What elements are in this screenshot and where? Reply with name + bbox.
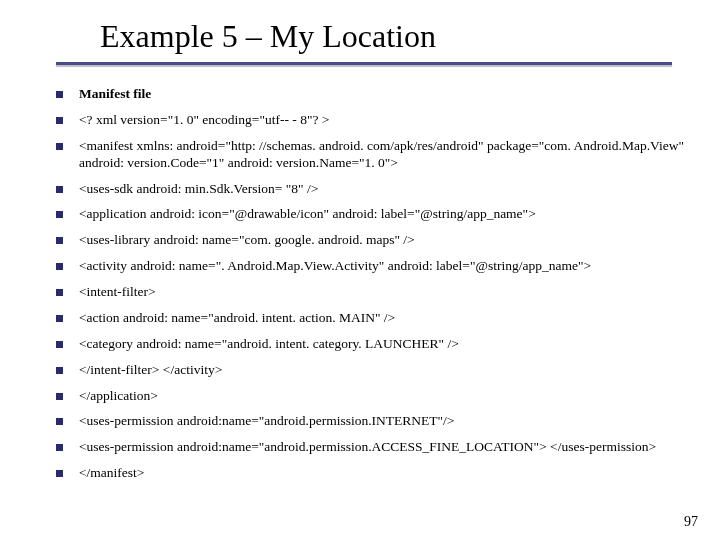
list-item: <intent‐filter> (56, 284, 690, 301)
list-item: </intent‐filter> </activity> (56, 362, 690, 379)
content-list: Manifest file<? xml version="1. 0" encod… (56, 86, 690, 491)
list-item-text: <manifest xmlns: android="http: //schema… (79, 138, 690, 172)
list-item-text: <category android: name="android. intent… (79, 336, 690, 353)
list-item-text: <uses‐permission android:name="android.p… (79, 439, 690, 456)
list-item: </application> (56, 388, 690, 405)
bullet-icon (56, 117, 63, 124)
list-item: <application android: icon="@drawable/ic… (56, 206, 690, 223)
bullet-icon (56, 91, 63, 98)
bullet-icon (56, 444, 63, 451)
bullet-icon (56, 289, 63, 296)
title-underline (56, 62, 672, 65)
list-item: <manifest xmlns: android="http: //schema… (56, 138, 690, 172)
list-item: <? xml version="1. 0" encoding="utf-- - … (56, 112, 690, 129)
list-item-text: <activity android: name=". Android.Map.V… (79, 258, 690, 275)
list-item: <uses‐library android: name="com. google… (56, 232, 690, 249)
list-item: <action android: name="android. intent. … (56, 310, 690, 327)
list-item-text: <? xml version="1. 0" encoding="utf-- - … (79, 112, 690, 129)
list-item: </manifest> (56, 465, 690, 482)
list-item-text: <application android: icon="@drawable/ic… (79, 206, 690, 223)
bullet-icon (56, 367, 63, 374)
list-item: <uses‐sdk android: min.Sdk.Version= "8" … (56, 181, 690, 198)
list-item-text: </intent‐filter> </activity> (79, 362, 690, 379)
list-item: <uses‐permission android:name="android.p… (56, 439, 690, 456)
list-item-text: Manifest file (79, 86, 690, 103)
list-item-text: <uses‐library android: name="com. google… (79, 232, 690, 249)
bullet-icon (56, 418, 63, 425)
list-item-text: <uses‐permission android:name="android.p… (79, 413, 690, 430)
list-item: Manifest file (56, 86, 690, 103)
list-item-text: <intent‐filter> (79, 284, 690, 301)
list-item: <activity android: name=". Android.Map.V… (56, 258, 690, 275)
list-item: <uses‐permission android:name="android.p… (56, 413, 690, 430)
bullet-icon (56, 186, 63, 193)
bullet-icon (56, 470, 63, 477)
list-item-text: </manifest> (79, 465, 690, 482)
bullet-icon (56, 393, 63, 400)
bullet-icon (56, 263, 63, 270)
list-item-text: </application> (79, 388, 690, 405)
list-item-text: <action android: name="android. intent. … (79, 310, 690, 327)
list-item: <category android: name="android. intent… (56, 336, 690, 353)
bullet-icon (56, 315, 63, 322)
slide-title: Example 5 – My Location (100, 18, 436, 55)
bullet-icon (56, 237, 63, 244)
bullet-icon (56, 143, 63, 150)
page-number: 97 (684, 514, 698, 530)
list-item-text: <uses‐sdk android: min.Sdk.Version= "8" … (79, 181, 690, 198)
bullet-icon (56, 211, 63, 218)
bullet-icon (56, 341, 63, 348)
